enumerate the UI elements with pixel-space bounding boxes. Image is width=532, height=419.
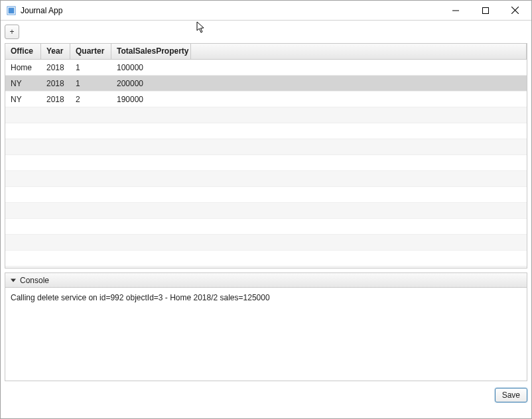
cell-empty[interactable] bbox=[41, 145, 70, 150]
maximize-button[interactable] bbox=[470, 1, 500, 20]
cell-empty[interactable] bbox=[191, 240, 527, 245]
app-icon bbox=[6, 5, 17, 16]
table-row-empty[interactable] bbox=[5, 187, 527, 203]
svg-rect-1 bbox=[9, 7, 15, 13]
console-body[interactable]: Calling delete service on id=992 objectI… bbox=[5, 288, 527, 381]
cell-empty[interactable] bbox=[41, 256, 70, 261]
cell-empty[interactable] bbox=[191, 192, 527, 198]
cell-empty[interactable] bbox=[111, 129, 191, 134]
cell-empty[interactable] bbox=[191, 129, 527, 134]
table-row[interactable]: Home20181100000 bbox=[5, 60, 527, 76]
cell-empty[interactable] bbox=[5, 224, 41, 229]
cell-empty[interactable] bbox=[191, 145, 527, 150]
table-row-empty[interactable] bbox=[5, 251, 527, 267]
cell-empty[interactable] bbox=[191, 208, 527, 213]
cell-empty[interactable] bbox=[41, 192, 70, 198]
table-row-empty[interactable] bbox=[5, 155, 527, 171]
cell-empty[interactable] bbox=[191, 256, 527, 261]
cell-office[interactable]: NY bbox=[5, 76, 41, 91]
cell-quarter[interactable]: 2 bbox=[70, 92, 111, 107]
cell-spacer[interactable] bbox=[191, 65, 527, 70]
cell-empty[interactable] bbox=[70, 176, 111, 182]
cell-year[interactable]: 2018 bbox=[41, 60, 70, 75]
cell-empty[interactable] bbox=[5, 256, 41, 261]
cell-total[interactable]: 200000 bbox=[111, 76, 191, 91]
console-text: Calling delete service on id=992 objectI… bbox=[11, 293, 521, 302]
cell-empty[interactable] bbox=[70, 129, 111, 134]
cell-empty[interactable] bbox=[111, 176, 191, 182]
cell-quarter[interactable]: 1 bbox=[70, 76, 111, 91]
cell-empty[interactable] bbox=[41, 160, 70, 166]
cell-empty[interactable] bbox=[41, 208, 70, 213]
cell-empty[interactable] bbox=[41, 113, 70, 118]
table-row-empty[interactable] bbox=[5, 139, 527, 155]
cell-empty[interactable] bbox=[70, 256, 111, 261]
cell-empty[interactable] bbox=[41, 129, 70, 134]
cell-empty[interactable] bbox=[191, 224, 527, 229]
cell-empty[interactable] bbox=[41, 224, 70, 229]
cell-spacer[interactable] bbox=[191, 81, 527, 86]
table-row-empty[interactable] bbox=[5, 171, 527, 187]
cell-empty[interactable] bbox=[5, 240, 41, 245]
save-button[interactable]: Save bbox=[495, 388, 527, 402]
console-title: Console bbox=[20, 276, 49, 285]
cell-empty[interactable] bbox=[111, 145, 191, 150]
cell-office[interactable]: Home bbox=[5, 60, 41, 75]
cell-empty[interactable] bbox=[5, 145, 41, 150]
data-grid[interactable]: Office Year Quarter TotalSalesProperty H… bbox=[5, 43, 527, 269]
cell-empty[interactable] bbox=[111, 160, 191, 166]
close-button[interactable] bbox=[500, 1, 530, 20]
cell-empty[interactable] bbox=[70, 145, 111, 150]
table-row[interactable]: NY20182190000 bbox=[5, 91, 527, 107]
cell-total[interactable]: 190000 bbox=[111, 92, 191, 107]
column-header-spacer bbox=[191, 44, 527, 59]
column-header-office[interactable]: Office bbox=[5, 44, 41, 59]
table-row[interactable]: NY20181200000 bbox=[5, 76, 527, 91]
cell-office[interactable]: NY bbox=[5, 92, 41, 107]
column-header-quarter[interactable]: Quarter bbox=[70, 44, 111, 59]
cell-empty[interactable] bbox=[191, 113, 527, 118]
cell-empty[interactable] bbox=[191, 160, 527, 166]
grid-body: Home20181100000NY20181200000NY2018219000… bbox=[5, 60, 527, 268]
cell-year[interactable]: 2018 bbox=[41, 92, 70, 107]
cell-empty[interactable] bbox=[41, 240, 70, 245]
cell-empty[interactable] bbox=[111, 113, 191, 118]
column-header-total[interactable]: TotalSalesProperty bbox=[111, 44, 191, 59]
cell-empty[interactable] bbox=[70, 192, 111, 198]
cell-empty[interactable] bbox=[70, 240, 111, 245]
cell-empty[interactable] bbox=[111, 240, 191, 245]
minimize-button[interactable] bbox=[440, 1, 470, 20]
cell-empty[interactable] bbox=[111, 192, 191, 198]
table-row-empty[interactable] bbox=[5, 267, 527, 268]
chevron-down-icon bbox=[9, 276, 17, 284]
cell-year[interactable]: 2018 bbox=[41, 76, 70, 91]
cell-empty[interactable] bbox=[41, 176, 70, 182]
console-panel: Console Calling delete service on id=992… bbox=[5, 272, 527, 381]
column-header-year[interactable]: Year bbox=[41, 44, 70, 59]
cell-spacer[interactable] bbox=[191, 97, 527, 102]
toolbar: + bbox=[5, 25, 527, 39]
cell-empty[interactable] bbox=[5, 129, 41, 134]
table-row-empty[interactable] bbox=[5, 203, 527, 219]
cell-total[interactable]: 100000 bbox=[111, 60, 191, 75]
cell-empty[interactable] bbox=[70, 224, 111, 229]
cell-empty[interactable] bbox=[111, 256, 191, 261]
cell-empty[interactable] bbox=[5, 113, 41, 118]
table-row-empty[interactable] bbox=[5, 123, 527, 139]
cell-empty[interactable] bbox=[5, 208, 41, 213]
table-row-empty[interactable] bbox=[5, 107, 527, 123]
cell-empty[interactable] bbox=[5, 176, 41, 182]
table-row-empty[interactable] bbox=[5, 235, 527, 251]
cell-empty[interactable] bbox=[111, 224, 191, 229]
cell-empty[interactable] bbox=[191, 176, 527, 182]
console-header[interactable]: Console bbox=[5, 273, 527, 288]
cell-quarter[interactable]: 1 bbox=[70, 60, 111, 75]
cell-empty[interactable] bbox=[111, 208, 191, 213]
cell-empty[interactable] bbox=[70, 113, 111, 118]
cell-empty[interactable] bbox=[5, 192, 41, 198]
cell-empty[interactable] bbox=[70, 160, 111, 166]
table-row-empty[interactable] bbox=[5, 219, 527, 235]
cell-empty[interactable] bbox=[70, 208, 111, 213]
cell-empty[interactable] bbox=[5, 160, 41, 166]
add-button[interactable]: + bbox=[5, 25, 19, 39]
